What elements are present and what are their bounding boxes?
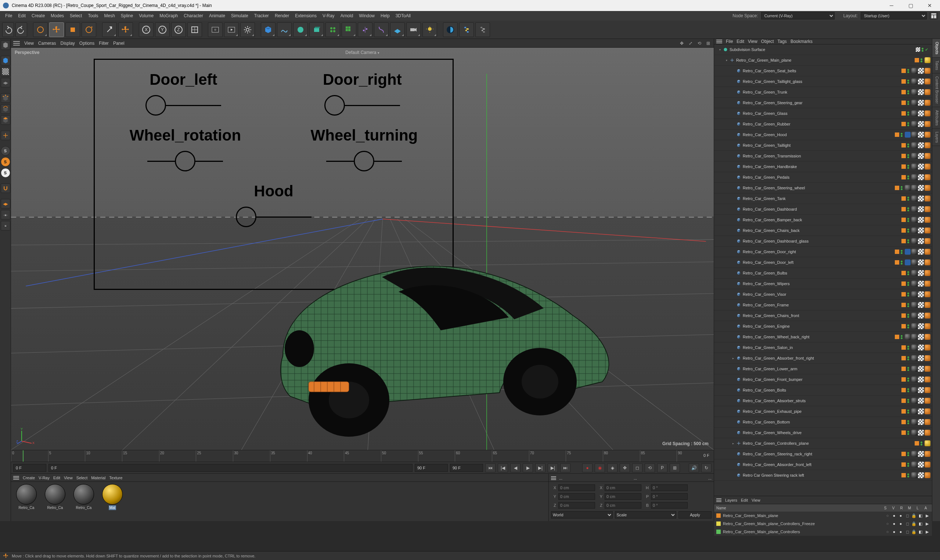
sphere-tag-icon[interactable] (911, 270, 917, 276)
object-row[interactable]: Retro_Car_Green_Door_right (714, 247, 932, 257)
x-axis-button[interactable]: X (139, 22, 154, 37)
expander-icon[interactable] (731, 462, 735, 467)
expander-icon[interactable] (731, 132, 735, 137)
key-rot-button[interactable]: ⟲ (645, 463, 655, 472)
expander-icon[interactable] (731, 377, 735, 382)
record-button[interactable]: ● (582, 463, 593, 472)
frame-start-field[interactable]: 0 F (13, 464, 46, 472)
objmenu-object[interactable]: Object (761, 39, 774, 44)
check-tag-icon[interactable] (918, 217, 924, 223)
y-axis-button[interactable]: Y (155, 22, 170, 37)
sound-button[interactable]: 🔊 (689, 463, 699, 472)
key-pos-button[interactable]: ✥ (620, 463, 630, 472)
layersmenu-layers[interactable]: Layers (725, 498, 737, 502)
check-tag-icon[interactable] (918, 313, 924, 318)
layer-color-swatch[interactable] (901, 79, 906, 84)
viewmenu-panel[interactable]: Panel (113, 41, 125, 46)
menu-mograph[interactable]: MoGraph (156, 12, 181, 20)
layer-color-swatch[interactable] (901, 218, 906, 222)
expander-icon[interactable] (731, 398, 735, 403)
expander-icon[interactable] (731, 239, 735, 243)
check-tag-icon[interactable] (918, 78, 924, 85)
check-tag-icon[interactable] (918, 249, 924, 255)
sphere-tag-icon[interactable] (911, 451, 917, 457)
sphere-tag-icon[interactable] (911, 462, 917, 468)
hud-wheel-turning-slider[interactable] (311, 151, 418, 171)
layer-color-swatch[interactable] (901, 398, 906, 403)
layer-color-swatch[interactable] (901, 239, 906, 243)
visibility-dots[interactable] (907, 452, 909, 456)
anim-toggle[interactable]: ◧ (918, 513, 923, 518)
visibility-dots[interactable] (907, 314, 909, 318)
visibility-dots[interactable] (901, 250, 903, 254)
viewmenu-cameras[interactable]: Cameras (38, 41, 56, 46)
object-row[interactable]: Retro_Car_Green_Front_bumper (714, 374, 932, 385)
object-tree[interactable]: ▾Subdivision Surface✔▾Retro_Car_Green_Ma… (714, 45, 932, 496)
orange-tag-icon[interactable] (925, 366, 931, 372)
orange-tag-icon[interactable] (925, 323, 931, 329)
layer-color-swatch[interactable] (901, 345, 906, 350)
keyframe-sel-button[interactable]: ◈ (607, 463, 617, 472)
object-row[interactable]: Retro_Car_Green_Seat_belts (714, 66, 932, 76)
sphere-tag-icon[interactable] (911, 398, 917, 404)
workplane-mode-button[interactable] (1, 78, 10, 87)
orange-tag-icon[interactable] (925, 185, 931, 191)
object-row[interactable]: Retro_Car_Green_Salon_in (714, 342, 932, 353)
key-param-button[interactable]: P (657, 463, 667, 472)
frame-current-field[interactable]: 0 F (48, 464, 412, 472)
orange-tag-icon[interactable] (925, 100, 931, 106)
object-row[interactable]: Retro Car Green Steering rack left (714, 470, 932, 481)
layer-color-swatch[interactable] (901, 420, 906, 424)
render-view-button[interactable] (208, 22, 222, 37)
expander-icon[interactable]: ▾ (724, 58, 729, 62)
solo-toggle[interactable]: ○ (885, 521, 890, 526)
expander-icon[interactable]: ▸ (731, 356, 735, 360)
object-row[interactable]: Retro_Car_Green_Wipers (714, 278, 932, 289)
visibility-dots[interactable] (907, 473, 909, 477)
expander-icon[interactable]: ▾ (718, 47, 722, 52)
object-row[interactable]: ▾Retro_Car_Green_Main_plane (714, 55, 932, 66)
orange-tag-icon[interactable] (925, 228, 931, 233)
orange-tag-icon[interactable] (925, 334, 931, 340)
layer-color-swatch[interactable] (901, 271, 906, 275)
expander-icon[interactable] (731, 165, 735, 169)
expand-arrow-icon[interactable]: ▶ (925, 513, 930, 518)
coord-scale-dropdown[interactable]: Scale (615, 511, 677, 518)
menu-volume[interactable]: Volume (136, 12, 156, 20)
prev-frame-button[interactable]: ◀ (510, 463, 520, 472)
sphere-tag-icon[interactable] (911, 174, 917, 180)
spline-pen-button[interactable] (277, 22, 292, 37)
object-row[interactable]: Retro_Car_Green_Pedals (714, 172, 932, 183)
sphere-tag-icon[interactable] (911, 313, 917, 318)
visibility-dots[interactable] (907, 431, 909, 435)
expander-icon[interactable] (731, 90, 735, 94)
layer-color-swatch[interactable] (901, 90, 906, 94)
visibility-dots[interactable] (907, 271, 909, 275)
expander-icon[interactable] (731, 409, 735, 414)
coord-z-pos[interactable]: 0 cm (558, 502, 595, 509)
orange-tag-icon[interactable] (925, 462, 931, 468)
tab-content-browser[interactable]: Content Browser (932, 73, 940, 107)
manager-toggle[interactable]: ◻ (905, 529, 910, 534)
sphere-tag-icon[interactable] (911, 334, 917, 340)
visibility-dots[interactable] (907, 112, 909, 115)
cloner-button[interactable] (326, 22, 340, 37)
cube-primitive-button[interactable] (261, 22, 275, 37)
view-toggle[interactable]: ● (892, 521, 897, 526)
visibility-dots[interactable] (907, 388, 909, 392)
object-row[interactable]: Retro_Car_Green_Visor (714, 289, 932, 300)
visibility-dots[interactable] (901, 186, 903, 190)
layer-color-swatch[interactable] (901, 313, 906, 318)
check-tag-icon[interactable] (918, 185, 924, 191)
sphere-tag-icon[interactable] (911, 323, 917, 329)
visibility-dots[interactable] (907, 154, 909, 158)
texture-mode-button[interactable] (1, 67, 10, 76)
check-tag-icon[interactable] (918, 377, 924, 382)
matmenu-create[interactable]: Create (23, 475, 35, 480)
check-tag-icon[interactable] (918, 195, 924, 202)
sphere-tag-icon[interactable] (911, 377, 917, 382)
close-button[interactable]: ✕ (925, 1, 934, 10)
sphere-tag-icon[interactable] (911, 100, 917, 106)
check-tag-icon[interactable] (918, 451, 924, 457)
tab-objects[interactable]: Objects (932, 39, 940, 58)
